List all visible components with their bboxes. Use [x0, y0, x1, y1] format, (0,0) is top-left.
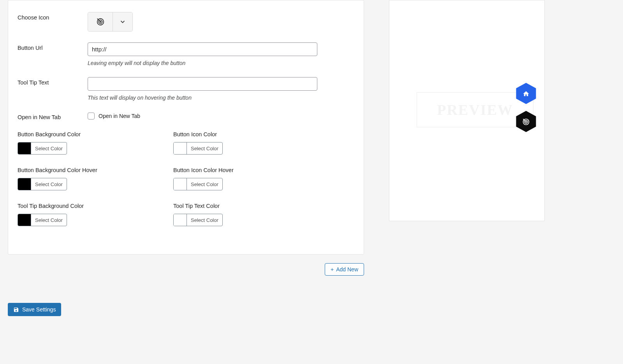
icon-picker-toggle[interactable]: [113, 12, 132, 31]
save-settings-label: Save Settings: [22, 306, 56, 313]
picker-icon-color[interactable]: Select Color: [173, 142, 223, 155]
preview-card: PREVIEW: [389, 0, 545, 221]
button-url-hint: Leaving empty will not display the butto…: [88, 60, 354, 66]
add-new-label: Add New: [336, 266, 358, 273]
add-new-row: + Add New: [8, 263, 364, 276]
svg-point-2: [100, 21, 101, 23]
field-tooltip-text: This text will display on hovering the b…: [88, 77, 354, 101]
picker-tip-text-color-label: Select Color: [187, 214, 222, 226]
picker-bg-hover-color-label: Select Color: [31, 178, 67, 190]
swatch-icon-hover-color: [174, 178, 187, 190]
label-tip-bg-color: Tool Tip Background Color: [18, 203, 173, 209]
swatch-bg-color: [18, 142, 31, 154]
picker-icon-color-label: Select Color: [187, 142, 222, 154]
field-open-new-tab: Open in New Tab: [88, 112, 354, 120]
label-icon-hover-color: Button Icon Color Hover: [173, 167, 329, 173]
picker-bg-color-label: Select Color: [31, 142, 67, 154]
label-choose-icon: Choose Icon: [18, 12, 88, 21]
preview-hex-bullseye[interactable]: [515, 110, 537, 134]
picker-icon-hover-color-label: Select Color: [187, 178, 222, 190]
picker-bg-color[interactable]: Select Color: [18, 142, 67, 155]
panel-body: Choose Icon: [8, 0, 364, 254]
swatch-tip-bg-color: [18, 214, 31, 226]
picker-tip-bg-color[interactable]: Select Color: [18, 214, 67, 226]
bullseye-icon: [522, 118, 530, 127]
label-icon-color: Button Icon Color: [173, 131, 329, 137]
field-tip-bg-color: Tool Tip Background Color Select Color: [18, 203, 173, 227]
row-tooltip-text: Tool Tip Text This text will display on …: [18, 77, 354, 101]
field-bg-color: Button Background Color Select Color: [18, 131, 173, 155]
tooltip-text-hint: This text will display on hovering the b…: [88, 95, 354, 101]
swatch-icon-color: [174, 142, 187, 154]
button-panel: Choose Icon: [8, 0, 364, 255]
picker-tip-text-color[interactable]: Select Color: [173, 214, 223, 226]
swatch-bg-hover-color: [18, 178, 31, 190]
add-new-button[interactable]: + Add New: [325, 263, 364, 276]
open-new-tab-checkbox-label: Open in New Tab: [99, 113, 140, 119]
row-button-url: Button Url Leaving empty will not displa…: [18, 42, 354, 66]
save-settings-button[interactable]: Save Settings: [8, 303, 61, 316]
picker-tip-bg-color-label: Select Color: [31, 214, 67, 226]
button-url-input[interactable]: [88, 42, 317, 56]
row-choose-icon: Choose Icon: [18, 12, 354, 32]
label-open-new-tab: Open in New Tab: [18, 112, 88, 120]
picker-bg-hover-color[interactable]: Select Color: [18, 178, 67, 190]
color-col-left: Button Background Color Select Color But…: [18, 131, 173, 239]
home-icon: [523, 90, 530, 98]
field-bg-hover-color: Button Background Color Hover Select Col…: [18, 167, 173, 191]
color-grid: Button Background Color Select Color But…: [18, 131, 354, 239]
open-new-tab-checkbox[interactable]: [88, 113, 95, 120]
save-icon: [13, 307, 19, 313]
icon-picker[interactable]: [88, 12, 133, 32]
bullseye-icon: [96, 18, 105, 26]
save-row: Save Settings: [8, 303, 364, 316]
field-icon-hover-color: Button Icon Color Hover Select Color: [173, 167, 329, 191]
color-col-right: Button Icon Color Select Color Button Ic…: [173, 131, 329, 239]
row-open-new-tab: Open in New Tab Open in New Tab: [18, 112, 354, 120]
label-bg-color: Button Background Color: [18, 131, 173, 137]
tooltip-text-input[interactable]: [88, 77, 317, 91]
field-tip-text-color: Tool Tip Text Color Select Color: [173, 203, 329, 227]
preview-hex-home[interactable]: [515, 82, 537, 106]
settings-column: Choose Icon: [8, 0, 364, 316]
field-icon-color: Button Icon Color Select Color: [173, 131, 329, 155]
label-bg-hover-color: Button Background Color Hover: [18, 167, 173, 173]
preview-column: PREVIEW: [389, 0, 545, 316]
icon-preview: [88, 12, 113, 31]
picker-icon-hover-color[interactable]: Select Color: [173, 178, 223, 190]
field-button-url: Leaving empty will not display the butto…: [88, 42, 354, 66]
chevron-down-icon: [119, 18, 126, 25]
label-button-url: Button Url: [18, 42, 88, 51]
swatch-tip-text-color: [174, 214, 187, 226]
plus-icon: +: [331, 266, 334, 273]
svg-point-7: [526, 121, 527, 122]
label-tooltip-text: Tool Tip Text: [18, 77, 88, 86]
field-choose-icon: [88, 12, 354, 32]
label-tip-text-color: Tool Tip Text Color: [173, 203, 329, 209]
preview-watermark: PREVIEW: [437, 101, 513, 118]
